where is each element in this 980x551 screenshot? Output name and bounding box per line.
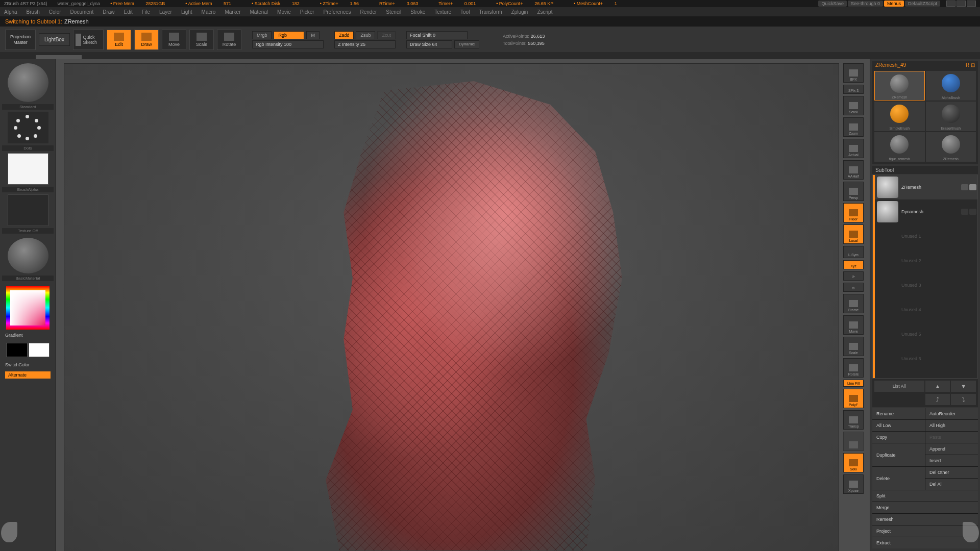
move-button[interactable]: Move xyxy=(162,30,186,50)
autoreorder-button[interactable]: AutoReorder xyxy=(925,408,978,419)
tool-eraserbrush[interactable]: EraserBrush xyxy=(926,102,976,131)
menu-transform[interactable]: Transform xyxy=(479,9,502,15)
scale-button[interactable]: Scale xyxy=(189,30,214,50)
menu-layer[interactable]: Layer xyxy=(159,9,172,15)
extract-button[interactable]: Extract xyxy=(872,537,978,548)
menu-marker[interactable]: Marker xyxy=(225,9,240,15)
close-icon[interactable] xyxy=(967,1,976,7)
menu-brush[interactable]: Brush xyxy=(27,9,40,15)
projection-master-button[interactable]: ProjectionMaster xyxy=(5,30,36,50)
script-button[interactable]: DefaultZScript xyxy=(905,1,940,7)
subtool-header[interactable]: SubTool xyxy=(872,166,978,174)
project-button[interactable]: Project xyxy=(872,525,978,537)
quicksave-button[interactable]: QuickSave xyxy=(818,1,847,7)
menu-file[interactable]: File xyxy=(142,9,150,15)
polyf-button[interactable]: PolyF xyxy=(843,389,864,408)
dock-rotate-button[interactable]: Rotate xyxy=(843,358,864,378)
zsub-button[interactable]: Zsub xyxy=(356,31,375,39)
dock-move-button[interactable]: Move xyxy=(843,315,864,335)
zcut-button[interactable]: Zcut xyxy=(377,31,396,39)
z-intensity-slider[interactable]: Z Intensity 25 xyxy=(334,40,396,48)
arrow-up-icon[interactable]: ▲ xyxy=(925,381,950,392)
all-low-button[interactable]: All Low xyxy=(872,420,925,431)
delete-button[interactable]: Delete xyxy=(872,467,925,490)
persp-button[interactable]: Persp xyxy=(843,182,864,201)
tool-zremesh2[interactable]: ZRemesh xyxy=(926,132,976,162)
subtool-row[interactable]: Dynamesh xyxy=(873,199,977,224)
insert-button[interactable]: Insert xyxy=(925,455,978,466)
menu-zscript[interactable]: Zscript xyxy=(537,9,552,15)
xpose-button[interactable]: Xpose xyxy=(843,474,864,494)
menu-zplugin[interactable]: Zplugin xyxy=(511,9,528,15)
m-button[interactable]: M xyxy=(306,31,320,39)
gradient-label[interactable]: Gradient xyxy=(2,332,54,339)
material-thumb[interactable] xyxy=(8,238,48,273)
minimize-icon[interactable] xyxy=(946,1,955,7)
dock-scale-button[interactable]: Scale xyxy=(843,337,864,356)
swatch-black[interactable] xyxy=(6,343,28,357)
subtool-scrollbar[interactable] xyxy=(873,175,875,378)
seethrough-slider[interactable]: See-through 0 xyxy=(848,1,883,7)
zoom-button[interactable]: Zoom xyxy=(843,117,864,137)
menu-light[interactable]: Light xyxy=(181,9,192,15)
rotate-button[interactable]: Rotate xyxy=(217,30,241,50)
focal-shift-slider[interactable]: Focal Shift 0 xyxy=(406,31,468,39)
move-down-icon[interactable]: ⤵ xyxy=(951,394,976,405)
dynamic-button[interactable]: Dynamic xyxy=(454,40,479,48)
subtool-row[interactable]: Unused 3 xyxy=(873,273,977,297)
mrgb-button[interactable]: Mrgb xyxy=(252,31,272,39)
draw-size-slider[interactable]: Draw Size 64 xyxy=(406,40,452,48)
move-up-icon[interactable]: ⤴ xyxy=(925,394,950,405)
menu-draw[interactable]: Draw xyxy=(103,9,114,15)
del-other-button[interactable]: Del Other xyxy=(925,467,978,478)
append-button[interactable]: Append xyxy=(925,443,978,455)
tool-zremesh[interactable]: ZRemesh xyxy=(874,71,925,101)
rotate-c-icon[interactable]: ⟳ xyxy=(843,271,864,281)
local-button[interactable]: Local xyxy=(843,224,864,244)
bpx-button[interactable]: BPX xyxy=(843,63,864,83)
lightbox-button[interactable]: LightBox xyxy=(39,33,70,46)
eye-icon[interactable] xyxy=(969,184,976,190)
menu-tool[interactable]: Tool xyxy=(460,9,470,15)
list-all-button[interactable]: List All xyxy=(874,381,924,392)
texture-thumb[interactable] xyxy=(8,194,48,226)
actual-button[interactable]: Actual xyxy=(843,139,864,158)
canvas-scroll[interactable] xyxy=(0,55,980,59)
merge-button[interactable]: Merge xyxy=(872,502,978,513)
menu-texture[interactable]: Texture xyxy=(434,9,451,15)
tool-alphabrush[interactable]: AlphaBrush xyxy=(926,71,976,101)
subtool-row[interactable]: ZRemesh xyxy=(873,175,977,199)
spix-slider[interactable]: SPix 3 xyxy=(843,85,864,94)
alternate-button[interactable]: Alternate xyxy=(5,371,51,379)
linefill-button[interactable]: Line Fill xyxy=(843,380,864,387)
subtool-row[interactable]: Unused 1 xyxy=(873,224,977,248)
search-icon[interactable]: ⊕ xyxy=(843,283,864,292)
menu-stroke[interactable]: Stroke xyxy=(410,9,425,15)
menu-document[interactable]: Document xyxy=(70,9,94,15)
arrow-down-icon[interactable]: ▼ xyxy=(951,381,976,392)
del-all-button[interactable]: Del All xyxy=(925,479,978,490)
xyz-button[interactable]: Xyz xyxy=(843,260,864,269)
lsym-button[interactable]: L.Sym xyxy=(843,246,864,258)
menu-edit[interactable]: Edit xyxy=(124,9,133,15)
visibility-icon[interactable] xyxy=(961,209,968,215)
frame-button[interactable]: Frame xyxy=(843,294,864,313)
rgb-intensity-slider[interactable]: Rgb Intensity 100 xyxy=(252,40,324,48)
menu-preferences[interactable]: Preferences xyxy=(324,9,351,15)
menu-picker[interactable]: Picker xyxy=(300,9,314,15)
brush-thumb[interactable] xyxy=(8,63,48,102)
eye-icon[interactable] xyxy=(969,209,976,215)
floor-button[interactable]: Floor xyxy=(843,203,864,222)
color-picker[interactable] xyxy=(6,286,50,330)
edit-button[interactable]: Edit xyxy=(107,30,131,50)
pin-icon[interactable]: R ⊡ xyxy=(966,62,975,68)
copy-button[interactable]: Copy xyxy=(872,432,925,443)
switch-color[interactable]: SwitchColor xyxy=(2,361,54,368)
rgb-button[interactable]: Rgb xyxy=(274,31,304,39)
menu-color[interactable]: Color xyxy=(49,9,61,15)
menus-button[interactable]: Menus xyxy=(884,1,904,7)
scroll-button[interactable]: Scroll xyxy=(843,96,864,115)
draw-button[interactable]: Draw xyxy=(134,30,159,50)
subtool-row[interactable]: Unused 5 xyxy=(873,322,977,346)
menu-render[interactable]: Render xyxy=(360,9,377,15)
